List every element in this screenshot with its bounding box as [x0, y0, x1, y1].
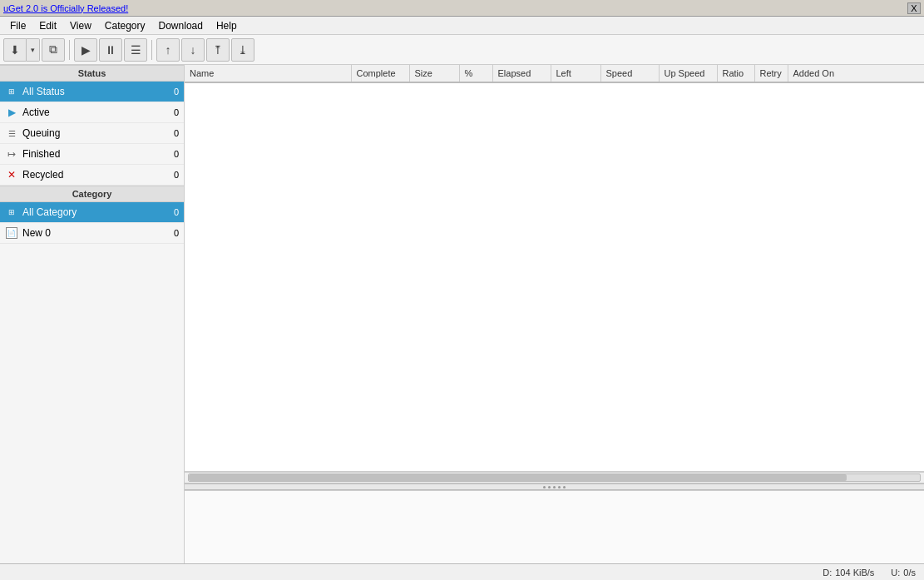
menu-file[interactable]: File — [3, 18, 32, 33]
status-section-header: Status — [0, 65, 184, 82]
all-category-label: All Category — [22, 206, 174, 218]
resize-dot-1 — [543, 486, 546, 488]
all-category-count: 0 — [174, 207, 179, 217]
panel-resize-handle[interactable] — [185, 483, 924, 490]
col-header-elapsed[interactable]: Elapsed — [492, 65, 551, 82]
new-clipboard-button[interactable]: ⧉ — [42, 38, 65, 62]
queuing-count: 0 — [174, 128, 179, 138]
category-section-header: Category — [0, 186, 184, 202]
start-button[interactable]: ▶ — [74, 38, 97, 62]
properties-icon: ☰ — [131, 43, 141, 57]
sidebar-item-new-0[interactable]: 📄 New 0 0 — [0, 223, 184, 244]
col-header-name[interactable]: Name — [185, 65, 351, 82]
arrow-top-icon: ⤒ — [213, 43, 223, 57]
menu-help[interactable]: Help — [210, 18, 244, 33]
menu-view[interactable]: View — [63, 18, 98, 33]
download-speed-value: 104 KiB/s — [835, 568, 874, 578]
new-download-group: ⬇ ▾ — [3, 38, 40, 62]
all-status-label: All Status — [22, 86, 174, 97]
new-0-count: 0 — [174, 228, 179, 238]
close-button[interactable]: X — [907, 2, 921, 14]
col-header-complete[interactable]: Complete — [351, 65, 409, 82]
toolbar-separator-1 — [69, 40, 70, 60]
move-bottom-button[interactable]: ⤓ — [231, 38, 254, 62]
download-speed-status: D: 104 KiB/s — [823, 568, 874, 578]
new-download-dropdown-button[interactable]: ▾ — [27, 38, 40, 62]
finished-icon: ↦ — [5, 147, 18, 161]
menu-bar: File Edit View Category Download Help — [0, 17, 924, 35]
sidebar: Status ⊞ All Status 0 ▶ Active 0 ☰ Queui… — [0, 65, 185, 563]
finished-count: 0 — [174, 149, 179, 159]
queuing-icon: ☰ — [5, 126, 18, 140]
col-header-addedon[interactable]: Added On — [788, 65, 924, 82]
title-text: uGet 2.0 is Officially Released! — [3, 3, 128, 13]
menu-category[interactable]: Category — [98, 18, 152, 33]
dropdown-arrow-icon: ▾ — [31, 46, 35, 54]
active-icon: ▶ — [5, 106, 18, 119]
title-bar: uGet 2.0 is Officially Released! X — [0, 0, 924, 17]
menu-edit[interactable]: Edit — [32, 18, 63, 33]
pause-button[interactable]: ⏸ — [99, 38, 122, 62]
properties-button[interactable]: ☰ — [124, 38, 147, 62]
toolbar: ⬇ ▾ ⧉ ▶ ⏸ ☰ ↑ ↓ ⤒ ⤓ — [0, 35, 924, 65]
table-header-row: Name Complete Size % Elapsed Left Speed … — [185, 65, 924, 82]
main-content: Status ⊞ All Status 0 ▶ Active 0 ☰ Queui… — [0, 65, 924, 563]
col-header-speed[interactable]: Speed — [600, 65, 659, 82]
move-up-button[interactable]: ↑ — [156, 38, 180, 62]
sidebar-item-queuing[interactable]: ☰ Queuing 0 — [0, 123, 184, 144]
col-header-ratio[interactable]: Ratio — [717, 65, 754, 82]
move-down-button[interactable]: ↓ — [181, 38, 205, 62]
clipboard-icon: ⧉ — [49, 42, 57, 57]
all-category-icon: ⊞ — [5, 206, 18, 219]
resize-dot-3 — [553, 486, 556, 488]
queuing-label: Queuing — [22, 127, 174, 139]
downloads-table: Name Complete Size % Elapsed Left Speed … — [185, 65, 924, 83]
recycled-label: Recycled — [22, 169, 174, 181]
sidebar-item-all-status[interactable]: ⊞ All Status 0 — [0, 82, 184, 102]
log-panel — [185, 490, 924, 563]
finished-label: Finished — [22, 148, 174, 160]
status-bar: D: 104 KiB/s U: 0/s — [0, 563, 924, 580]
download-table[interactable]: Name Complete Size % Elapsed Left Speed … — [185, 65, 924, 472]
sidebar-item-active[interactable]: ▶ Active 0 — [0, 102, 184, 123]
col-header-percent[interactable]: % — [459, 65, 492, 82]
play-icon: ▶ — [82, 43, 91, 57]
move-top-button[interactable]: ⤒ — [206, 38, 230, 62]
resize-dot-2 — [548, 486, 551, 488]
col-header-size[interactable]: Size — [409, 65, 459, 82]
new-0-icon: 📄 — [5, 226, 18, 240]
horizontal-scrollbar-area[interactable] — [185, 472, 924, 483]
toolbar-separator-2 — [151, 40, 152, 60]
resize-dot-5 — [563, 486, 566, 488]
recycled-icon: ✕ — [5, 168, 18, 181]
resize-dot-4 — [558, 486, 561, 488]
upload-speed-value: 0/s — [903, 568, 916, 578]
resize-dots — [543, 486, 566, 488]
upload-speed-label: U: — [891, 568, 900, 578]
menu-download[interactable]: Download — [152, 18, 210, 33]
pause-icon: ⏸ — [105, 43, 116, 57]
arrow-up-icon: ↑ — [166, 43, 171, 57]
col-header-retry[interactable]: Retry — [754, 65, 788, 82]
col-header-left[interactable]: Left — [551, 65, 600, 82]
arrow-bottom-icon: ⤓ — [238, 43, 248, 57]
all-status-count: 0 — [174, 87, 179, 97]
sidebar-item-all-category[interactable]: ⊞ All Category 0 — [0, 202, 184, 223]
right-panel: Name Complete Size % Elapsed Left Speed … — [185, 65, 924, 563]
all-status-icon: ⊞ — [5, 85, 18, 98]
horizontal-scrollbar[interactable] — [188, 473, 921, 482]
upload-speed-status: U: 0/s — [891, 568, 916, 578]
scrollbar-thumb[interactable] — [189, 474, 847, 481]
arrow-down-icon: ↓ — [190, 43, 196, 57]
active-count: 0 — [174, 107, 179, 117]
active-label: Active — [22, 107, 174, 118]
new-download-icon: ⬇ — [10, 43, 20, 57]
download-speed-label: D: — [823, 568, 832, 578]
recycled-count: 0 — [174, 170, 179, 180]
new-0-label: New 0 — [22, 227, 174, 239]
sidebar-item-finished[interactable]: ↦ Finished 0 — [0, 144, 184, 165]
new-download-button[interactable]: ⬇ — [3, 38, 27, 62]
sidebar-item-recycled[interactable]: ✕ Recycled 0 — [0, 165, 184, 186]
col-header-upspeed[interactable]: Up Speed — [659, 65, 717, 82]
